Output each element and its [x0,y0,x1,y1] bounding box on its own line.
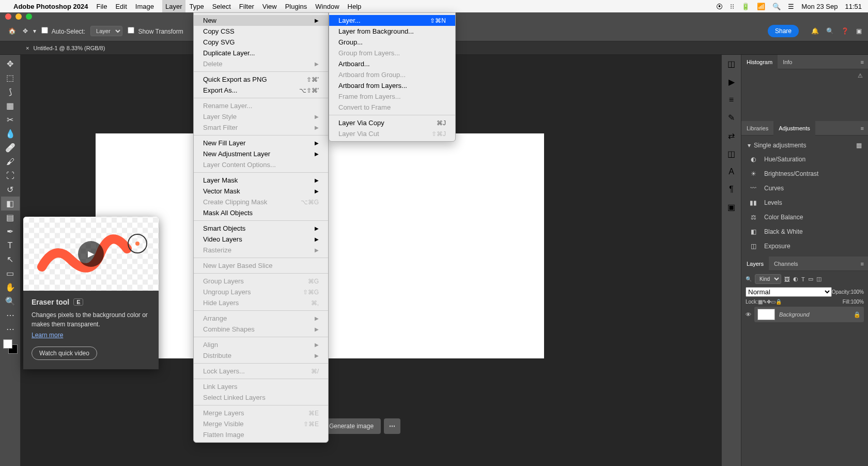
layer-menu-item[interactable]: Quick Export as PNG⇧⌘' [194,74,328,85]
layer-menu-item[interactable]: New▶ [194,15,328,26]
dock-icon[interactable]: ◫ [727,59,735,69]
dock-icon[interactable]: ⇄ [728,131,735,141]
learn-more-link[interactable]: Learn more [32,332,63,339]
tool-dropdown-icon[interactable]: ▾ [33,27,36,35]
lasso-tool[interactable]: ⟆ [1,85,20,99]
filter-type-icon[interactable]: T [801,276,805,282]
search-icon[interactable]: 🔍 [772,3,781,10]
info-tab[interactable]: Info [778,55,797,69]
new-submenu-item[interactable]: Artboard... [329,58,455,69]
layer-kind-filter[interactable]: Kind [755,274,781,284]
share-button[interactable]: Share [768,25,799,37]
adjustments-header[interactable]: ▾ Single adjustments ▦ [741,139,868,152]
eraser-tool[interactable]: ◧ [1,197,20,211]
filter-shape-icon[interactable]: ▭ [808,276,813,282]
layer-menu-item[interactable]: Smart Objects▶ [194,223,328,234]
layer-menu-item[interactable]: Export As...⌥⇧⌘' [194,85,328,96]
color-swatches[interactable] [3,339,18,354]
lock-pixels-icon[interactable]: ▦ [758,299,763,305]
adj-levels[interactable]: ▮▮Levels [741,196,868,210]
hand-tool[interactable]: ✋ [1,280,20,294]
type-tool[interactable]: T [1,238,20,252]
libraries-tab[interactable]: Libraries [741,121,773,136]
new-submenu-item[interactable]: Group... [329,37,455,48]
layer-item-background[interactable]: Background 🔒 [754,307,864,322]
filter-smart-icon[interactable]: ◫ [816,276,822,282]
adj-bw[interactable]: ◧Black & White [741,224,868,239]
object-select-tool[interactable]: ▦ [1,99,20,113]
menu-file[interactable]: File [96,3,107,10]
move-tool[interactable]: ✥ [1,57,20,71]
fill-value[interactable]: 100% [850,299,864,305]
more-tools[interactable]: ⋯ [1,322,20,336]
play-icon[interactable]: ▶ [78,241,104,267]
marquee-tool[interactable]: ⬚ [1,71,20,85]
new-submenu-item[interactable]: Layer from Background... [329,26,455,37]
adjustments-tab[interactable]: Adjustments [773,121,815,136]
dock-icon[interactable]: ▣ [727,202,735,212]
generate-more-button[interactable]: ⋯ [384,418,400,434]
panel-menu-icon[interactable]: ≡ [857,59,868,65]
layer-menu-item[interactable]: Vector Mask▶ [194,186,328,197]
auto-select-dropdown[interactable]: Layer [90,26,122,36]
dock-icon[interactable]: ≡ [729,95,734,104]
layers-tab[interactable]: Layers [741,257,769,271]
wifi-icon[interactable]: 📶 [757,3,765,10]
menu-edit[interactable]: Edit [115,3,127,10]
layer-menu-item[interactable]: Duplicate Layer... [194,48,328,58]
status-icon[interactable]: ⦿ [716,3,723,10]
lock-all-icon[interactable]: 🔒 [776,299,782,305]
menu-layer[interactable]: Layer [162,0,185,12]
foreground-color[interactable] [3,339,12,349]
shape-tool[interactable]: ▭ [1,266,20,280]
crop-tool[interactable]: ✂ [1,113,20,127]
gradient-tool[interactable]: ▤ [1,211,20,224]
filter-adj-icon[interactable]: ◐ [793,276,798,282]
battery-icon[interactable]: 🔋 [741,3,750,10]
warning-icon[interactable]: ⚠ [858,72,863,79]
dock-icon[interactable]: A [729,167,734,176]
menu-window[interactable]: Window [315,3,339,10]
layer-menu-item[interactable]: Copy CSS [194,26,328,37]
menubar-date[interactable]: Mon 23 Sep [801,3,838,10]
blend-mode-select[interactable]: Normal [746,287,832,297]
adj-exposure[interactable]: ◫Exposure [741,239,868,253]
watch-video-button[interactable]: Watch quick video [32,347,97,360]
menu-help[interactable]: Help [348,3,362,10]
path-tool[interactable]: ↖ [1,252,20,266]
search-icon[interactable]: 🔍 [826,27,834,35]
new-submenu-item[interactable]: Layer Via Copy⌘J [329,117,455,128]
dock-icon[interactable]: ▶ [729,77,735,87]
dock-icon[interactable]: ✎ [728,113,735,123]
layer-menu-item[interactable]: New Adjustment Layer▶ [194,148,328,159]
layer-menu-item[interactable]: Mask All Objects [194,207,328,218]
pen-tool[interactable]: ✒ [1,224,20,238]
menubar-time[interactable]: 11:51 [845,3,862,10]
history-brush-tool[interactable]: ↺ [1,183,20,197]
new-submenu-item[interactable]: Artboard from Layers... [329,80,455,91]
eyedropper-tool[interactable]: 💧 [1,127,20,141]
filter-image-icon[interactable]: 🖼 [784,276,790,282]
menu-select[interactable]: Select [212,3,231,10]
status-icon-2[interactable]: ⁝⁝ [730,3,734,10]
adj-color-balance[interactable]: ⚖Color Balance [741,210,868,224]
control-center-icon[interactable]: ☰ [788,3,794,10]
adj-brightness[interactable]: ☀Brightness/Contrast [741,167,868,181]
dock-icon[interactable]: ¶ [729,185,734,194]
adj-hue-saturation[interactable]: ◐Hue/Saturation [741,152,868,167]
layer-menu-item[interactable]: Video Layers▶ [194,234,328,245]
window-close[interactable] [5,13,11,20]
document-tab[interactable]: × Untitled-1 @ 8.33% (RGB/8) [26,45,105,51]
menu-image[interactable]: Image [135,3,154,10]
edit-toolbar[interactable]: ⋯ [1,308,20,322]
zoom-tool[interactable]: 🔍 [1,294,20,308]
lock-artboard-icon[interactable]: ▭ [771,299,776,305]
show-transform-checkbox[interactable]: Show Transform [128,27,183,35]
menu-filter[interactable]: Filter [239,3,254,10]
workspace-icon[interactable]: ▣ [856,27,862,35]
layer-menu-item[interactable]: Copy SVG [194,37,328,48]
opacity-value[interactable]: 100% [850,289,864,295]
lock-icon[interactable]: 🔒 [854,311,861,318]
channels-tab[interactable]: Channels [769,257,803,271]
layer-visibility-icon[interactable]: 👁 [746,311,751,318]
